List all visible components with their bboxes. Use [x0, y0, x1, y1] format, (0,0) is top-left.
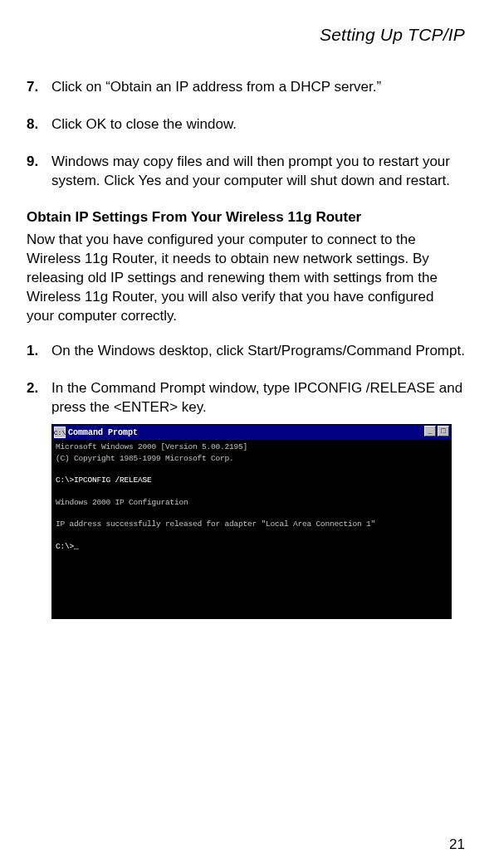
cmd-line: C:\>_ — [56, 542, 79, 551]
step-9: 9. Windows may copy files and will then … — [27, 153, 465, 191]
maximize-button[interactable]: □ — [438, 426, 449, 436]
cmd-body: Microsoft Windows 2000 [Version 5.00.219… — [52, 440, 451, 618]
step-number: 7. — [27, 78, 51, 97]
cmd-titlebar: C:\ Command Prompt _ □ — [52, 425, 451, 440]
step-text: Click on “Obtain an IP address from a DH… — [51, 78, 465, 97]
cmd-line: (C) Copyright 1985-1999 Microsoft Corp. — [56, 454, 234, 463]
cmd-window-buttons: _ □ — [424, 426, 449, 436]
cmd-title: Command Prompt — [68, 428, 138, 437]
step-2: 2. In the Command Prompt window, type IP… — [27, 379, 465, 417]
step-1: 1. On the Windows desktop, click Start/P… — [27, 342, 465, 361]
cmd-line: C:\>IPCONFIG /RELEASE — [56, 475, 152, 485]
cmd-line: Windows 2000 IP Configuration — [56, 498, 188, 507]
step-number: 2. — [27, 379, 51, 417]
step-text: Click OK to close the window. — [51, 115, 465, 134]
step-number: 1. — [27, 342, 51, 361]
page-number: 21 — [449, 836, 465, 853]
section-intro: Now that you have configured your comput… — [27, 231, 465, 326]
command-prompt-window: C:\ Command Prompt _ □ Microsoft Windows… — [51, 424, 452, 619]
cmd-icon: C:\ — [54, 427, 66, 438]
step-text: On the Windows desktop, click Start/Prog… — [51, 342, 465, 361]
step-8: 8. Click OK to close the window. — [27, 115, 465, 134]
step-text: Windows may copy files and will then pro… — [51, 153, 465, 191]
step-number: 8. — [27, 115, 51, 134]
step-7: 7. Click on “Obtain an IP address from a… — [27, 78, 465, 97]
section-heading: Obtain IP Settings From Your Wireless 11… — [27, 209, 465, 226]
step-text: In the Command Prompt window, type IPCON… — [51, 379, 465, 417]
step-number: 9. — [27, 153, 51, 191]
cmd-line: Microsoft Windows 2000 [Version 5.00.219… — [56, 442, 247, 451]
cmd-line: IP address successfully released for ada… — [56, 519, 375, 529]
page-header-title: Setting Up TCP/IP — [27, 25, 465, 45]
minimize-button[interactable]: _ — [424, 426, 436, 436]
